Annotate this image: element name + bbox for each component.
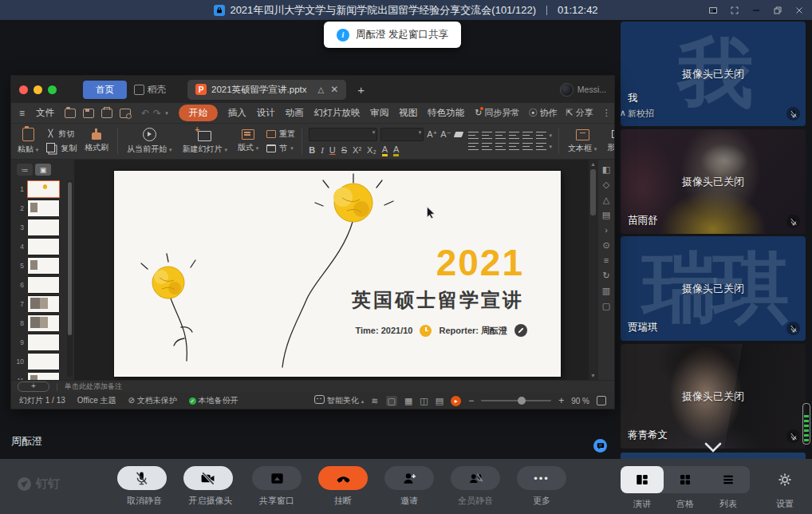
- scroll-up-icon[interactable]: ▲: [590, 161, 596, 167]
- settings-button[interactable]: 设置: [769, 466, 801, 510]
- align-left-icon[interactable]: [468, 143, 479, 151]
- tab-docer[interactable]: 稻壳: [127, 81, 173, 99]
- slide-thumbnail[interactable]: 1: [15, 180, 73, 198]
- save-icon[interactable]: [83, 109, 94, 118]
- font-grow-button[interactable]: A⁺: [427, 129, 437, 140]
- slide-thumbnail[interactable]: 2: [15, 200, 73, 217]
- more-button[interactable]: ••• 更多: [517, 466, 566, 507]
- font-size-select[interactable]: [380, 128, 424, 141]
- slide-thumbnail[interactable]: 4: [15, 238, 73, 255]
- scroll-down-icon[interactable]: ▼: [590, 373, 596, 378]
- paste-button[interactable]: 粘贴 ▾: [15, 125, 41, 157]
- collapse-ribbon-icon[interactable]: ∧: [620, 108, 626, 118]
- undo-icon[interactable]: ↶: [141, 108, 149, 119]
- zoom-in-icon[interactable]: +: [558, 395, 564, 406]
- participants-scrollbar[interactable]: [802, 403, 810, 445]
- presenter-view-icon[interactable]: ▤: [436, 396, 443, 406]
- slide-1[interactable]: 2021 英国硕士留学宣讲 Time: 2021/10 Reporter: 周酝…: [114, 171, 561, 377]
- smart-beautify-button[interactable]: 智能美化 ▴: [314, 395, 364, 406]
- line-spacing-icon[interactable]: [536, 143, 546, 151]
- chat-bubble-icon[interactable]: [593, 439, 607, 453]
- tab-document[interactable]: P 2021英硕留学宣讲.pptx △ ✕: [187, 80, 346, 100]
- print-icon[interactable]: [101, 109, 112, 118]
- mac-minimize-icon[interactable]: [34, 85, 42, 94]
- slide-thumbnail[interactable]: 11: [15, 372, 73, 380]
- wps-account[interactable]: Messi...: [560, 83, 606, 97]
- minimize-icon[interactable]: [751, 6, 761, 15]
- list-view-button[interactable]: [707, 466, 750, 493]
- menu-view[interactable]: 视图: [399, 107, 417, 119]
- menu-animation[interactable]: 动画: [286, 107, 304, 119]
- properties-icon[interactable]: ⊙: [602, 241, 609, 250]
- speaker-view-button[interactable]: [621, 466, 664, 493]
- italic-button[interactable]: I: [321, 145, 324, 155]
- protection-status[interactable]: ⊘ 文档未保护: [128, 395, 177, 406]
- align-text-icon[interactable]: [536, 132, 546, 140]
- backup-status[interactable]: ✓ 本地备份开: [189, 395, 238, 406]
- superscript-button[interactable]: X²: [353, 145, 361, 155]
- mac-zoom-icon[interactable]: [48, 85, 57, 94]
- dropdown-caret-icon[interactable]: ▾: [165, 110, 168, 117]
- font-color-button[interactable]: A: [393, 144, 399, 156]
- invite-button[interactable]: 邀请: [384, 466, 434, 507]
- slide-thumbnail[interactable]: 6: [15, 276, 73, 294]
- normal-view-icon[interactable]: ▢: [386, 396, 397, 406]
- effects-icon[interactable]: △: [603, 196, 609, 204]
- participant-tile-self[interactable]: 我 摄像头已关闭 我新校招: [621, 22, 806, 126]
- bold-button[interactable]: B: [309, 145, 315, 155]
- hamburger-icon[interactable]: ≡: [19, 108, 26, 119]
- new-slide-button[interactable]: 新建幻灯片 ▾: [180, 125, 230, 157]
- notes-placeholder[interactable]: 单击此处添加备注: [65, 382, 122, 392]
- align-right-icon[interactable]: [495, 143, 506, 151]
- collaborate-button[interactable]: ☉ 协作: [528, 107, 557, 119]
- grid-view-button[interactable]: [664, 466, 707, 493]
- share-window-button[interactable]: 共享窗口: [252, 466, 302, 507]
- scrollbar-thumb[interactable]: [590, 169, 596, 215]
- slide-thumbnail[interactable]: 10: [15, 353, 73, 370]
- adjust-icon[interactable]: ≡: [604, 256, 609, 265]
- distribute-icon[interactable]: [522, 143, 533, 151]
- subscript-button[interactable]: X₂: [367, 145, 376, 155]
- strikethrough-button[interactable]: S: [341, 145, 347, 155]
- image-pane-icon[interactable]: ▥: [602, 287, 610, 295]
- sync-status[interactable]: ↻ 同步异常: [475, 107, 519, 119]
- close-icon[interactable]: [794, 6, 804, 15]
- align-center-icon[interactable]: [482, 143, 492, 151]
- font-name-select[interactable]: [309, 128, 377, 141]
- clear-format-icon[interactable]: [453, 132, 463, 137]
- camera-on-button[interactable]: 开启摄像头: [186, 466, 235, 507]
- resource-icon[interactable]: ▢: [602, 302, 610, 310]
- shape-tool-icon[interactable]: ◇: [603, 180, 609, 189]
- participant-tile[interactable]: 摄像头已关闭 蒋青希文: [621, 344, 806, 449]
- bullet-list-icon[interactable]: [468, 132, 479, 140]
- slideshow-play-icon[interactable]: ▸: [451, 396, 461, 406]
- section-button[interactable]: 节 ▾: [266, 143, 295, 154]
- menu-design[interactable]: 设计: [257, 107, 275, 119]
- zoom-out-icon[interactable]: −: [468, 395, 474, 406]
- theme-name[interactable]: Office 主题: [77, 395, 116, 406]
- slide-thumbnail[interactable]: 3: [15, 219, 73, 236]
- open-icon[interactable]: [65, 109, 76, 118]
- menu-file[interactable]: 文件: [36, 107, 54, 119]
- participant-tile[interactable]: 摄像头已关闭 苗雨舒: [621, 129, 806, 234]
- zoom-slider[interactable]: [481, 400, 551, 401]
- unmute-button[interactable]: 取消静音: [120, 466, 169, 507]
- redo-icon[interactable]: ↷: [153, 108, 161, 119]
- menu-slideshow[interactable]: 幻灯片放映: [314, 107, 361, 119]
- zoom-level[interactable]: 90 %: [571, 397, 589, 405]
- collapse-panel-icon[interactable]: ›: [605, 226, 608, 235]
- play-from-current-button[interactable]: 从当前开始 ▾: [124, 125, 174, 157]
- print-preview-icon[interactable]: [120, 109, 131, 118]
- highlight-color-button[interactable]: A: [382, 144, 388, 156]
- reset-button[interactable]: 重置: [266, 128, 295, 140]
- text-direction-icon[interactable]: [522, 132, 533, 140]
- slide-canvas[interactable]: 2021 英国硕士留学宣讲 Time: 2021/10 Reporter: 周酝…: [74, 160, 597, 380]
- layout-button[interactable]: 版式 ▾: [235, 125, 261, 157]
- chart-icon[interactable]: ▤: [602, 211, 610, 219]
- tab-home[interactable]: 首页: [83, 81, 127, 99]
- decrease-indent-icon[interactable]: [495, 132, 506, 140]
- tab-close-icon[interactable]: ✕: [330, 84, 338, 95]
- justify-icon[interactable]: [509, 143, 519, 151]
- numbered-list-icon[interactable]: [482, 132, 492, 140]
- new-tab-icon[interactable]: +: [357, 83, 365, 97]
